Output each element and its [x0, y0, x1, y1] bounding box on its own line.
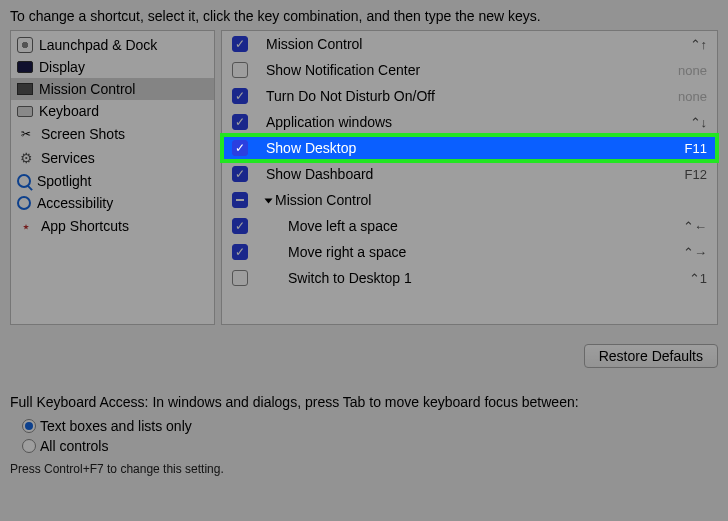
instruction-text: To change a shortcut, select it, click t…: [0, 0, 728, 30]
shortcut-row[interactable]: ✓Mission Control⌃↑: [222, 31, 717, 57]
shortcut-label: Mission Control: [266, 192, 707, 208]
shortcut-label: Show Notification Center: [266, 62, 678, 78]
fka-hint: Press Control+F7 to change this setting.: [10, 462, 579, 476]
fka-title: Full Keyboard Access: In windows and dia…: [10, 394, 579, 410]
shortcut-key[interactable]: none: [678, 89, 707, 104]
sidebar-item-label: Launchpad & Dock: [39, 37, 157, 53]
shortcut-label: Move left a space: [266, 218, 683, 234]
shortcut-label: Turn Do Not Disturb On/Off: [266, 88, 678, 104]
fka-label-allcontrols: All controls: [40, 438, 108, 454]
sidebar-item-services[interactable]: Services: [11, 146, 214, 170]
shortcut-key[interactable]: none: [678, 63, 707, 78]
shortcut-checkbox[interactable]: [232, 62, 248, 78]
shortcut-label: Show Desktop: [266, 140, 685, 156]
shortcut-checkbox[interactable]: ✓: [232, 114, 248, 130]
display-icon: [17, 61, 33, 73]
sidebar-item-label: App Shortcuts: [41, 218, 129, 234]
shortcut-row[interactable]: ✓Move left a space⌃←: [222, 213, 717, 239]
shortcut-label: Application windows: [266, 114, 690, 130]
sidebar-item-label: Accessibility: [37, 195, 113, 211]
shortcut-row[interactable]: Show Notification Centernone: [222, 57, 717, 83]
restore-defaults-button[interactable]: Restore Defaults: [584, 344, 718, 368]
mcontrol-icon: [17, 83, 33, 95]
shortcut-key[interactable]: F12: [685, 167, 707, 182]
fka-radio-allcontrols[interactable]: [22, 439, 36, 453]
shortcut-checkbox[interactable]: ✓: [232, 140, 248, 156]
shortcut-checkbox[interactable]: [232, 270, 248, 286]
sidebar-item-appshort[interactable]: App Shortcuts: [11, 214, 214, 238]
shortcut-row[interactable]: ✓Turn Do Not Disturb On/Offnone: [222, 83, 717, 109]
keyboard-icon: [17, 106, 33, 117]
shortcut-key[interactable]: ⌃↓: [690, 115, 708, 130]
shortcut-key[interactable]: F11: [685, 141, 707, 156]
shortcut-checkbox[interactable]: ✓: [232, 244, 248, 260]
shortcut-label: Switch to Desktop 1: [266, 270, 689, 286]
shortcuts-list: ✓Mission Control⌃↑Show Notification Cent…: [221, 30, 718, 325]
shortcut-key[interactable]: ⌃1: [689, 271, 707, 286]
shortcut-row[interactable]: Mission Control: [222, 187, 717, 213]
sidebar-item-label: Screen Shots: [41, 126, 125, 142]
sidebar-item-label: Display: [39, 59, 85, 75]
shortcut-label: Show Dashboard: [266, 166, 685, 182]
shortcut-key[interactable]: ⌃←: [683, 219, 707, 234]
shortcut-checkbox[interactable]: ✓: [232, 88, 248, 104]
spotlight-icon: [17, 174, 31, 188]
shortcut-row[interactable]: ✓Application windows⌃↓: [222, 109, 717, 135]
shortcut-label: Move right a space: [266, 244, 683, 260]
sidebar-item-label: Spotlight: [37, 173, 91, 189]
sidebar-item-label: Keyboard: [39, 103, 99, 119]
shortcut-checkbox[interactable]: ✓: [232, 218, 248, 234]
shortcut-checkbox[interactable]: ✓: [232, 36, 248, 52]
appshort-icon: [17, 217, 35, 235]
sidebar-item-access[interactable]: Accessibility: [11, 192, 214, 214]
sidebar-item-display[interactable]: Display: [11, 56, 214, 78]
sidebar-item-spotlight[interactable]: Spotlight: [11, 170, 214, 192]
shortcut-row[interactable]: ✓Move right a space⌃→: [222, 239, 717, 265]
sidebar-item-mcontrol[interactable]: Mission Control: [11, 78, 214, 100]
fka-label-textboxes: Text boxes and lists only: [40, 418, 192, 434]
sidebar-item-label: Mission Control: [39, 81, 135, 97]
services-icon: [17, 149, 35, 167]
shortcut-row[interactable]: ✓Show DesktopF11: [222, 135, 717, 161]
shortcut-label: Mission Control: [266, 36, 690, 52]
shortcut-checkbox[interactable]: ✓: [232, 166, 248, 182]
access-icon: [17, 196, 31, 210]
sidebar-item-label: Services: [41, 150, 95, 166]
category-sidebar: Launchpad & DockDisplayMission ControlKe…: [10, 30, 215, 325]
shortcut-row[interactable]: ✓Show DashboardF12: [222, 161, 717, 187]
disclosure-triangle-icon[interactable]: [265, 199, 273, 204]
sidebar-item-screenshot[interactable]: Screen Shots: [11, 122, 214, 146]
fka-radio-textboxes[interactable]: [22, 419, 36, 433]
launchpad-icon: [17, 37, 33, 53]
sidebar-item-launchpad[interactable]: Launchpad & Dock: [11, 34, 214, 56]
shortcut-checkbox[interactable]: [232, 192, 248, 208]
shortcut-key[interactable]: ⌃↑: [690, 37, 708, 52]
sidebar-item-keyboard[interactable]: Keyboard: [11, 100, 214, 122]
shortcut-key[interactable]: ⌃→: [683, 245, 707, 260]
screenshot-icon: [17, 125, 35, 143]
shortcut-row[interactable]: Switch to Desktop 1⌃1: [222, 265, 717, 291]
